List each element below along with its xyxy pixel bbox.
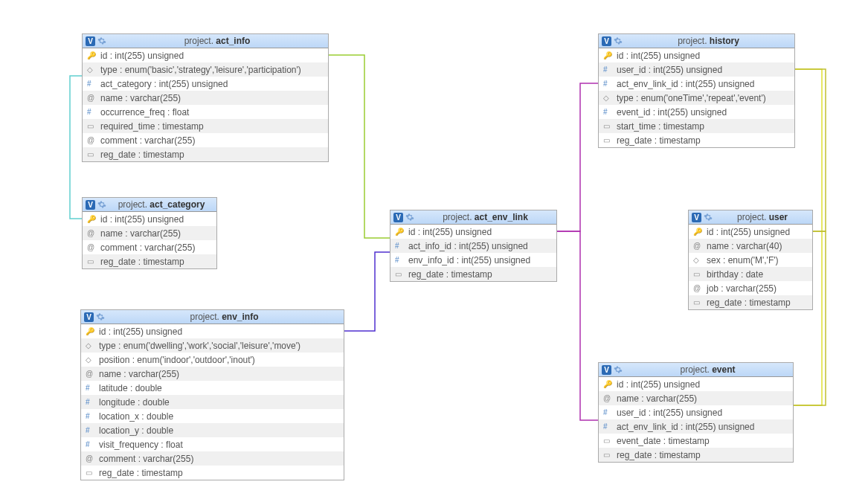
column-text: id : int(255) unsigned: [617, 379, 788, 390]
table-header-act_env_link[interactable]: Vproject. act_env_link: [390, 210, 556, 225]
table-row[interactable]: #user_id : int(255) unsigned: [599, 405, 793, 419]
gear-icon[interactable]: [97, 36, 106, 45]
diamond-icon: ◇: [693, 256, 704, 264]
table-title: project. user: [716, 212, 809, 222]
table-act_category[interactable]: Vproject. act_category🔑id : int(255) uns…: [82, 197, 217, 269]
hash-icon: #: [87, 108, 97, 116]
table-user[interactable]: Vproject. user🔑id : int(255) unsigned@na…: [688, 210, 813, 310]
dt-icon: ▭: [603, 122, 614, 130]
table-row[interactable]: @name : varchar(255): [83, 91, 328, 105]
gear-icon[interactable]: [97, 200, 106, 209]
column-text: name : varchar(255): [617, 393, 788, 404]
hash-icon: #: [395, 256, 405, 264]
table-row[interactable]: ◇type : enum('basic','strategy','leisure…: [83, 62, 328, 77]
column-text: sex : enum('M','F'): [707, 255, 808, 266]
key-icon: 🔑: [87, 51, 97, 59]
column-text: latitude : double: [99, 383, 339, 393]
v-icon: V: [602, 36, 611, 46]
hash-icon: #: [86, 440, 96, 448]
column-text: act_info_id : int(255) unsigned: [408, 241, 552, 251]
table-row[interactable]: ▭start_time : timestamp: [599, 119, 794, 133]
table-header-act_category[interactable]: Vproject. act_category: [83, 198, 216, 212]
table-row[interactable]: ◇type : enum('dwelling','work','social',…: [81, 338, 344, 353]
table-act_info[interactable]: Vproject. act_info🔑id : int(255) unsigne…: [82, 33, 329, 162]
column-text: act_category : int(255) unsigned: [100, 79, 324, 89]
table-row[interactable]: @comment : varchar(255): [83, 133, 328, 147]
table-title: project. act_info: [109, 36, 325, 46]
table-row[interactable]: ▭reg_date : timestamp: [390, 267, 556, 281]
table-row[interactable]: #latitude : double: [81, 381, 344, 395]
table-row[interactable]: 🔑id : int(255) unsigned: [599, 377, 793, 391]
table-row[interactable]: ◇sex : enum('M','F'): [689, 253, 812, 267]
at-icon: @: [87, 136, 97, 144]
hash-icon: #: [86, 426, 96, 434]
table-row[interactable]: ▭reg_date : timestamp: [83, 147, 328, 161]
table-row[interactable]: #act_category : int(255) unsigned: [83, 77, 328, 91]
column-text: event_id : int(255) unsigned: [617, 107, 790, 118]
column-text: name : varchar(255): [100, 228, 212, 239]
table-row[interactable]: @name : varchar(255): [81, 367, 344, 381]
table-row[interactable]: #user_id : int(255) unsigned: [599, 62, 794, 77]
table-row[interactable]: ▭required_time : timestamp: [83, 119, 328, 133]
table-row[interactable]: @comment : varchar(255): [81, 451, 344, 466]
table-row[interactable]: ▭reg_date : timestamp: [83, 254, 216, 268]
hash-icon: #: [86, 398, 96, 406]
diamond-icon: ◇: [603, 94, 614, 102]
table-row[interactable]: ▭reg_date : timestamp: [599, 448, 793, 462]
table-row[interactable]: ▭reg_date : timestamp: [599, 133, 794, 147]
table-row[interactable]: @name : varchar(40): [689, 239, 812, 253]
table-row[interactable]: ◇type : enum('oneTime','repeat','event'): [599, 91, 794, 105]
table-row[interactable]: #location_x : double: [81, 409, 344, 423]
table-event[interactable]: Vproject. event🔑id : int(255) unsigned@n…: [598, 362, 794, 463]
column-text: visit_frequency : float: [99, 440, 339, 450]
column-text: act_env_link_id : int(255) unsigned: [617, 79, 790, 89]
gear-icon[interactable]: [704, 213, 713, 222]
table-row[interactable]: #occurrence_freq : float: [83, 105, 328, 119]
table-header-act_info[interactable]: Vproject. act_info: [83, 34, 328, 48]
table-row[interactable]: 🔑id : int(255) unsigned: [83, 48, 328, 62]
table-row[interactable]: 🔑id : int(255) unsigned: [81, 324, 344, 338]
table-row[interactable]: 🔑id : int(255) unsigned: [689, 225, 812, 239]
column-text: position : enum('indoor','outdoor','inou…: [99, 355, 339, 365]
table-header-user[interactable]: Vproject. user: [689, 210, 812, 225]
table-row[interactable]: #visit_frequency : float: [81, 437, 344, 451]
table-row[interactable]: 🔑id : int(255) unsigned: [83, 212, 216, 226]
column-text: reg_date : timestamp: [617, 135, 790, 146]
table-row[interactable]: ▭birthday : date: [689, 267, 812, 281]
column-text: id : int(255) unsigned: [408, 227, 552, 237]
column-text: start_time : timestamp: [617, 121, 790, 132]
column-text: reg_date : timestamp: [100, 149, 324, 160]
gear-icon[interactable]: [96, 312, 105, 321]
table-row[interactable]: #env_info_id : int(255) unsigned: [390, 253, 556, 267]
table-row[interactable]: @comment : varchar(255): [83, 240, 216, 254]
dt-icon: ▭: [395, 270, 405, 278]
table-row[interactable]: 🔑id : int(255) unsigned: [599, 48, 794, 62]
table-row[interactable]: #longitude : double: [81, 395, 344, 409]
table-row[interactable]: ▭reg_date : timestamp: [81, 466, 344, 480]
table-env_info[interactable]: Vproject. env_info🔑id : int(255) unsigne…: [80, 309, 344, 480]
table-row[interactable]: #act_env_link_id : int(255) unsigned: [599, 77, 794, 91]
gear-icon[interactable]: [614, 365, 623, 374]
gear-icon[interactable]: [405, 213, 414, 222]
key-icon: 🔑: [603, 51, 614, 59]
table-row[interactable]: @name : varchar(255): [599, 391, 793, 405]
dt-icon: ▭: [603, 136, 614, 144]
table-row[interactable]: #act_env_link_id : int(255) unsigned: [599, 419, 793, 434]
table-row[interactable]: #act_info_id : int(255) unsigned: [390, 239, 556, 253]
table-act_env_link[interactable]: Vproject. act_env_link🔑id : int(255) uns…: [390, 210, 557, 282]
table-history[interactable]: Vproject. history🔑id : int(255) unsigned…: [598, 33, 795, 148]
table-row[interactable]: #location_y : double: [81, 423, 344, 437]
table-row[interactable]: ▭reg_date : timestamp: [689, 295, 812, 309]
table-row[interactable]: @name : varchar(255): [83, 226, 216, 240]
column-text: user_id : int(255) unsigned: [617, 408, 788, 418]
table-header-history[interactable]: Vproject. history: [599, 34, 794, 48]
gear-icon[interactable]: [614, 36, 623, 45]
table-row[interactable]: 🔑id : int(255) unsigned: [390, 225, 556, 239]
table-row[interactable]: @job : varchar(255): [689, 281, 812, 295]
table-row[interactable]: ◇position : enum('indoor','outdoor','ino…: [81, 353, 344, 367]
table-header-event[interactable]: Vproject. event: [599, 363, 793, 377]
at-icon: @: [87, 229, 97, 237]
table-row[interactable]: #event_id : int(255) unsigned: [599, 105, 794, 119]
table-header-env_info[interactable]: Vproject. env_info: [81, 310, 344, 324]
table-row[interactable]: ▭event_date : timestamp: [599, 434, 793, 448]
